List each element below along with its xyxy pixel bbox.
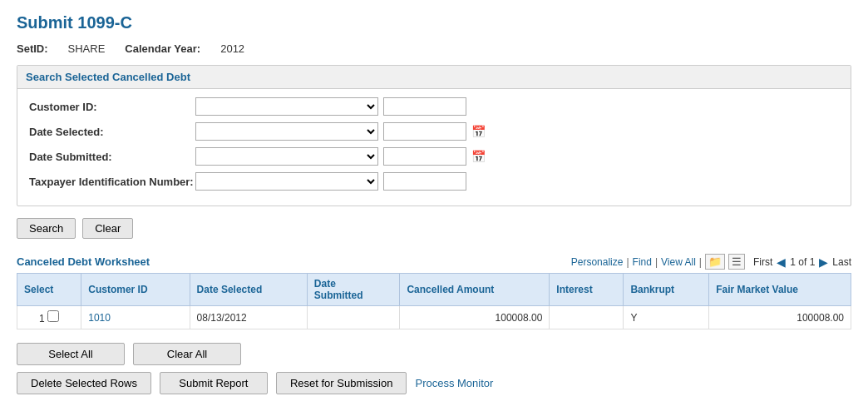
reset-submission-button[interactable]: Reset for Submission [276,372,407,394]
col-date-submitted: DateSubmitted [307,274,400,306]
row-num-cell: 1 [17,306,81,329]
setid-value: SHARE [68,42,106,55]
select-clear-row: Select All Clear All [17,343,851,365]
taxpayer-id-label: Taxpayer Identification Number: [29,176,195,188]
grid-toolbar: Personalize | Find | View All | 📁 ☰ Firs… [571,254,851,270]
date-submitted-row: Date Submitted: 📅 [29,147,839,166]
next-page-button[interactable]: ▶ [817,255,830,269]
customer-id-cell: 1010 [81,306,190,329]
search-buttons: Search Clear [17,215,851,242]
grid-controls: Personalize | Find | View All | 📁 ☰ [571,254,745,270]
taxpayer-id-row: Taxpayer Identification Number: [29,172,839,191]
customer-id-controls [195,97,466,116]
date-submitted-controls: 📅 [195,147,486,166]
search-section-title: Search Selected Cancelled Debt [17,66,851,89]
date-selected-operator[interactable] [195,122,378,141]
col-fair-market-value: Fair Market Value [709,274,851,306]
col-select: Select [17,274,81,306]
date-selected-cell: 08/13/2012 [190,306,307,329]
grid-table: Select Customer ID Date Selected DateSub… [17,273,851,329]
setid-label: SetID: [17,42,48,55]
personalize-link[interactable]: Personalize [571,256,624,268]
date-selected-row: Date Selected: 📅 [29,122,839,141]
clear-all-button[interactable]: Clear All [133,343,241,365]
select-all-button[interactable]: Select All [17,343,125,365]
customer-id-input[interactable] [383,97,466,116]
last-label: Last [832,256,851,268]
find-link[interactable]: Find [633,256,652,268]
interest-cell [550,306,624,329]
col-date-selected: Date Selected [190,274,307,306]
delete-selected-button[interactable]: Delete Selected Rows [17,372,151,394]
prev-page-button[interactable]: ◀ [775,255,787,269]
grid-icon-export[interactable]: 📁 [705,254,725,270]
table-header-row: Select Customer ID Date Selected DateSub… [17,274,851,306]
process-monitor-link[interactable]: Process Monitor [415,377,493,389]
date-selected-controls: 📅 [195,122,486,141]
customer-id-row: Customer ID: [29,97,839,116]
grid-header-row: Canceled Debt Worksheet Personalize | Fi… [17,254,851,270]
clear-button[interactable]: Clear [82,218,133,239]
date-selected-calendar-icon[interactable]: 📅 [471,125,486,138]
taxpayer-id-controls [195,172,466,191]
page-info: 1 of 1 [790,256,815,268]
date-selected-input[interactable] [383,122,466,141]
grid-icon-columns[interactable]: ☰ [728,254,745,270]
search-button[interactable]: Search [17,218,76,239]
bankrupt-cell: Y [624,306,709,329]
calendar-year-value: 2012 [220,42,244,55]
calendar-year-label: Calendar Year: [125,42,200,55]
date-submitted-calendar-icon[interactable]: 📅 [471,150,486,163]
col-interest: Interest [550,274,624,306]
fair-market-value-cell: 100008.00 [709,306,851,329]
date-submitted-input[interactable] [383,147,466,166]
cancelled-amount-cell: 100008.00 [400,306,550,329]
grid-title: Canceled Debt Worksheet [17,255,150,268]
taxpayer-id-input[interactable] [383,172,466,191]
actions-section: Select All Clear All Delete Selected Row… [17,343,851,394]
taxpayer-id-operator[interactable] [195,172,378,191]
table-row: 1 1010 08/13/2012 100008.00 Y 100008.00 [17,306,851,329]
grid-nav: First ◀ 1 of 1 ▶ Last [753,255,851,269]
search-form: Customer ID: Date Selected: 📅 Date Submi… [17,89,851,206]
date-selected-label: Date Selected: [29,126,195,138]
bottom-actions-row: Delete Selected Rows Submit Report Reset… [17,372,851,394]
view-all-link[interactable]: View All [661,256,696,268]
date-submitted-operator[interactable] [195,147,378,166]
page-title: Submit 1099-C [17,13,851,32]
grid-section: Canceled Debt Worksheet Personalize | Fi… [17,254,851,329]
submit-report-button[interactable]: Submit Report [160,372,268,394]
col-bankrupt: Bankrupt [624,274,709,306]
col-customer-id: Customer ID [81,274,190,306]
date-submitted-label: Date Submitted: [29,151,195,163]
customer-id-operator[interactable] [195,97,378,116]
date-submitted-cell [307,306,400,329]
setid-row: SetID: SHARE Calendar Year: 2012 [17,42,851,55]
first-label: First [753,256,772,268]
row-number: 1 [39,313,45,324]
row-checkbox[interactable] [47,310,59,322]
customer-id-link[interactable]: 1010 [88,312,111,324]
col-cancelled-amount: Cancelled Amount [400,274,550,306]
customer-id-label: Customer ID: [29,101,195,113]
search-section: Search Selected Cancelled Debt Customer … [17,65,851,206]
